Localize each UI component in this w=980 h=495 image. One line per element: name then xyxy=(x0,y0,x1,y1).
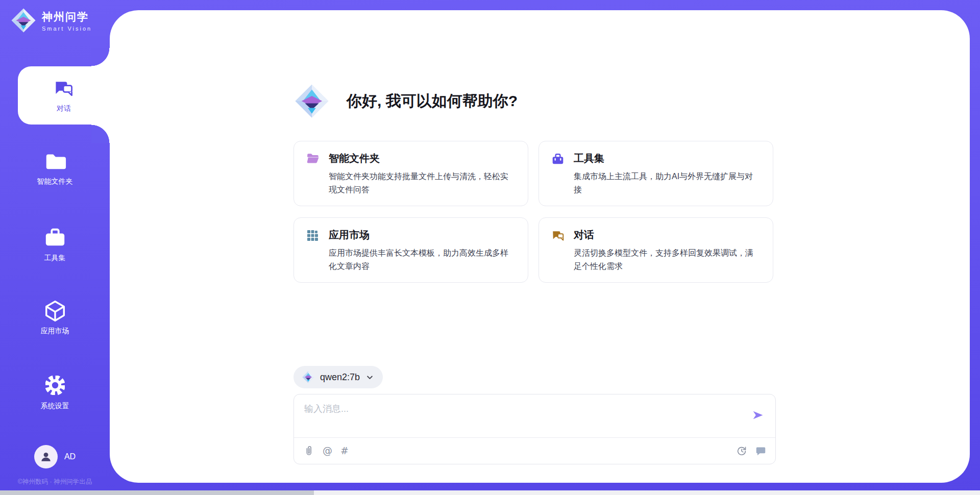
gear-icon xyxy=(43,373,67,398)
card-description: 智能文件夹功能支持批量文件上传与清洗，轻松实现文件问答 xyxy=(329,170,516,196)
sidebar-item-app-market[interactable]: 应用市场 xyxy=(0,299,110,336)
card-smart-folder[interactable]: 智能文件夹 智能文件夹功能支持批量文件上传与清洗，轻松实现文件问答 xyxy=(293,141,528,206)
sidebar-item-label: 对话 xyxy=(57,104,71,113)
card-title: 应用市场 xyxy=(329,228,516,242)
briefcase-icon xyxy=(551,153,565,166)
sidebar-item-label: 应用市场 xyxy=(41,327,69,336)
model-logo-icon xyxy=(302,370,315,384)
sidebar-item-label: 工具集 xyxy=(44,254,66,263)
sidebar-item-toolset[interactable]: 工具集 xyxy=(0,226,110,263)
folder-icon xyxy=(43,150,67,173)
grid-icon xyxy=(306,229,318,241)
message-input[interactable] xyxy=(304,403,738,433)
hash-icon[interactable]: # xyxy=(340,445,349,456)
card-title: 对话 xyxy=(574,228,761,242)
user-avatar-icon xyxy=(38,449,54,464)
sidebar-item-label: 系统设置 xyxy=(41,402,69,411)
model-selector[interactable]: qwen2:7b xyxy=(293,366,383,388)
chevron-down-icon xyxy=(365,373,375,382)
history-icon[interactable] xyxy=(736,445,747,456)
send-button[interactable] xyxy=(751,409,764,424)
message-icon[interactable] xyxy=(755,445,766,456)
chat-icon xyxy=(53,78,75,100)
sidebar-item-label: 智能文件夹 xyxy=(37,177,73,186)
card-app-market[interactable]: 应用市场 应用市场提供丰富长文本模板，助力高效生成多样化文章内容 xyxy=(293,217,528,283)
greeting-title: 你好, 我可以如何帮助你? xyxy=(347,91,518,112)
avatar xyxy=(34,445,58,468)
horizontal-scrollbar xyxy=(0,490,980,495)
send-icon xyxy=(751,409,764,422)
scrollbar-thumb[interactable] xyxy=(0,490,314,495)
composer-toolbar: @ # xyxy=(303,437,766,464)
card-title: 智能文件夹 xyxy=(329,152,516,165)
user-name: AD xyxy=(64,452,76,461)
at-icon[interactable]: @ xyxy=(323,445,332,456)
main-panel: 你好, 我可以如何帮助你? 智能文件夹 智能文件夹功能支持批量文件上传与清洗，轻… xyxy=(110,10,970,483)
sidebar-item-smart-folder[interactable]: 智能文件夹 xyxy=(0,150,110,186)
card-description: 应用市场提供丰富长文本模板，助力高效生成多样化文章内容 xyxy=(329,246,516,273)
app-logo: 神州问学 Smart Vision xyxy=(10,7,92,34)
sidebar-item-system-settings[interactable]: 系统设置 xyxy=(0,373,110,411)
card-toolset[interactable]: 工具集 集成市场上主流工具，助力AI与外界无缝扩展与对接 xyxy=(538,141,773,206)
card-title: 工具集 xyxy=(574,152,761,165)
sidebar-item-chat[interactable]: 对话 xyxy=(18,66,110,125)
card-description: 灵活切换多模型文件，支持多样回复效果调试，满足个性化需求 xyxy=(574,246,761,273)
message-composer: @ # xyxy=(293,394,776,464)
card-description: 集成市场上主流工具，助力AI与外界无缝扩展与对接 xyxy=(574,170,761,196)
cube-icon xyxy=(43,299,67,323)
feature-cards: 智能文件夹 智能文件夹功能支持批量文件上传与清洗，轻松实现文件问答 工具集 集成… xyxy=(293,141,773,283)
card-chat[interactable]: 对话 灵活切换多模型文件，支持多样回复效果调试，满足个性化需求 xyxy=(538,217,773,283)
user-account[interactable]: AD xyxy=(0,445,110,468)
briefcase-icon xyxy=(43,226,67,250)
paperclip-icon[interactable] xyxy=(303,445,314,456)
copyright-footer: ©神州数码 · 神州问学出品 xyxy=(0,478,110,486)
brand-subtitle: Smart Vision xyxy=(42,26,92,32)
model-name: qwen2:7b xyxy=(320,372,360,383)
brand-diamond-icon xyxy=(10,7,37,34)
chat-icon xyxy=(551,229,565,242)
brand-name: 神州问学 xyxy=(42,10,92,24)
greeting-block: 你好, 我可以如何帮助你? xyxy=(293,83,518,119)
folder-open-icon xyxy=(306,153,320,164)
assistant-logo-icon xyxy=(293,83,330,119)
sidebar: 神州问学 Smart Vision 对话 智能文件夹 工具集 应用市场 系统设置… xyxy=(0,0,110,495)
